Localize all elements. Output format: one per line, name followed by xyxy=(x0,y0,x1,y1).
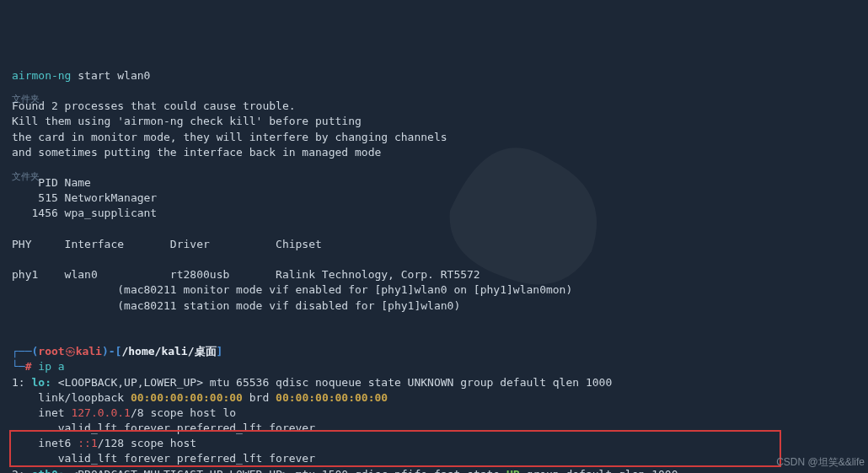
watermark: CSDN @坦笑&&life xyxy=(776,455,865,470)
iface-lo-link: link/loopback 00:00:00:00:00:00 brd 00:0… xyxy=(12,391,388,404)
terminal-output[interactable]: 文件夹 文件夹 airmon-ng start wlan0 Found 2 pr… xyxy=(0,0,868,473)
output-line: phy1 wlan0 rt2800usb Ralink Technology, … xyxy=(12,268,480,281)
prompt-line-2: └─# ip a xyxy=(12,360,65,373)
iface-lo: 1: lo: <LOOPBACK,UP,LOWER_UP> mtu 65536 … xyxy=(12,376,612,389)
prompt-line: ┌──(root㉿kali)-[/home/kali/桌面] xyxy=(12,345,222,357)
kali-dragon-logo xyxy=(421,110,640,312)
output-line: airmon-ng start wlan0 xyxy=(12,69,150,82)
output-line: Kill them using 'airmon-ng check kill' b… xyxy=(12,115,447,158)
output-line: PHY Interface Driver Chipset xyxy=(12,238,322,250)
output-line: 1456 wpa_supplicant xyxy=(12,207,157,219)
output-line: Found 2 processes that could cause troub… xyxy=(12,99,296,112)
output-line: (mac80211 monitor mode vif enabled for [… xyxy=(12,283,572,296)
iface-lo-valid6: valid_lft forever preferred_lft forever xyxy=(12,452,315,465)
output-line: (mac80211 station mode vif disabled for … xyxy=(12,299,460,312)
desktop-label-2: 文件夹 xyxy=(12,170,40,183)
iface-eth0: 2: eth0: <BROADCAST,MULTICAST,UP,LOWER_U… xyxy=(12,468,678,473)
iface-lo-valid: valid_lft forever preferred_lft forever xyxy=(12,422,315,434)
iface-lo-inet: inet 127.0.0.1/8 scope host lo xyxy=(12,406,236,419)
output-line: 515 NetworkManager xyxy=(12,191,157,204)
iface-lo-inet6: inet6 ::1/128 scope host xyxy=(12,437,196,449)
desktop-label-1: 文件夹 xyxy=(12,93,40,105)
